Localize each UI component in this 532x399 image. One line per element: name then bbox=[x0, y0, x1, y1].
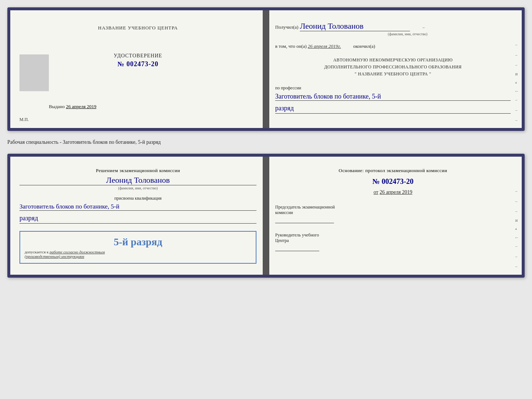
poluchil-section: Получил(а) Леонид Толованов – (фамилия, … bbox=[275, 21, 511, 36]
udostoverenie-label: УДОСТОВЕРЕНИЕ bbox=[19, 53, 256, 59]
specialty-label: Рабочая специальность - Заготовитель бло… bbox=[7, 138, 525, 147]
stamp-dopuskaetsya: допускается к работе согласно должностны… bbox=[25, 250, 251, 259]
vtom-section: в том, что он(а) 26 апреля 2019г. окончи… bbox=[275, 43, 511, 49]
doc2-right: Основание: протокол экзаменационной коми… bbox=[266, 157, 522, 275]
rukovoditel-label: Руководитель учебного bbox=[275, 232, 511, 238]
udostoverenie-section: УДОСТОВЕРЕНИЕ № 002473-20 bbox=[19, 53, 256, 68]
rukovoditel-signature-line bbox=[275, 251, 319, 251]
prisvoena-label: присвоена квалификация bbox=[19, 196, 256, 201]
mp-label: М.П. bbox=[19, 117, 29, 122]
resheniem-text: Решением экзаменационной комиссии bbox=[19, 168, 256, 174]
fio-label-1: (фамилия, имя, отчество) bbox=[305, 32, 511, 36]
photo-placeholder bbox=[19, 54, 49, 91]
ot-date: от 26 апреля 2019 bbox=[275, 189, 511, 195]
po-professii-section: по профессии Заготовитель блоков по бота… bbox=[275, 85, 511, 114]
osnovanie-title: Основание: протокол экзаменационной коми… bbox=[275, 168, 511, 174]
doc2-razryad-line: разряд bbox=[19, 214, 256, 224]
razryad-line: разряд bbox=[275, 104, 511, 114]
page-wrapper: НАЗВАНИЕ УЧЕБНОГО ЦЕНТРА УДОСТОВЕРЕНИЕ №… bbox=[7, 7, 525, 278]
rukovoditel-block: Руководитель учебного Центра bbox=[275, 232, 511, 251]
doc1-number: № 002473-20 bbox=[19, 60, 256, 68]
document-1: НАЗВАНИЕ УЧЕБНОГО ЦЕНТРА УДОСТОВЕРЕНИЕ №… bbox=[7, 7, 525, 131]
doc2-fio-label: (фамилия, имя, отчество) bbox=[19, 186, 256, 190]
org-block: АВТОНОМНУЮ НЕКОММЕРЧЕСКУЮ ОРГАНИЗАЦИЮ ДО… bbox=[275, 57, 511, 78]
doc1-training-center-title: НАЗВАНИЕ УЧЕБНОГО ЦЕНТРА bbox=[19, 25, 256, 31]
vydano-section: Выдано 26 апреля 2019 bbox=[19, 104, 256, 110]
poluchil-name: Леонид Толованов bbox=[300, 21, 410, 31]
stamp-razryad: 5-й разряд bbox=[25, 236, 251, 248]
professiya-name: Заготовитель блоков по ботанике, 5-й bbox=[275, 93, 511, 101]
doc1-right: Получил(а) Леонид Толованов – (фамилия, … bbox=[266, 10, 522, 128]
doc2-person-name: Леонид Толованов bbox=[19, 175, 256, 185]
doc2-side-dashes: – – – И а ‹– – – – – bbox=[515, 186, 518, 278]
poluchil-prefix: Получил(а) bbox=[275, 24, 298, 30]
doc2-person-section: Леонид Толованов (фамилия, имя, отчество… bbox=[19, 175, 256, 190]
side-dashes-right: – – – И а ‹– – – – – bbox=[515, 40, 518, 131]
doc2-proto-number: № 002473-20 bbox=[275, 177, 511, 186]
predsedatel-block: Председатель экзаменационной комиссии bbox=[275, 204, 511, 223]
doc2-kvali-section: Заготовитель блоков по ботанике, 5-й раз… bbox=[19, 203, 256, 224]
stamp-box: 5-й разряд допускается к работе согласно… bbox=[19, 231, 256, 264]
doc2-kvali-name: Заготовитель блоков по ботанике, 5-й bbox=[19, 203, 256, 211]
vydano-line: Выдано 26 апреля 2019 bbox=[49, 104, 256, 110]
predsedatel-signature-line bbox=[275, 223, 334, 223]
rukovoditel-label2: Центра bbox=[275, 238, 511, 243]
doc2-left: Решением экзаменационной комиссии Леонид… bbox=[10, 157, 266, 275]
document-2: Решением экзаменационной комиссии Леонид… bbox=[7, 154, 525, 278]
predsedatel-label2: комиссии bbox=[275, 210, 511, 215]
stamp-instrukcii: (производственным) инструкциям bbox=[25, 254, 84, 259]
stamp-dopusk-text: работе согласно должностным bbox=[50, 250, 105, 254]
doc1-left: НАЗВАНИЕ УЧЕБНОГО ЦЕНТРА УДОСТОВЕРЕНИЕ №… bbox=[10, 10, 266, 128]
doc2-proto-section: № 002473-20 от 26 апреля 2019 bbox=[275, 177, 511, 195]
poluchil-dash: – bbox=[423, 25, 425, 29]
predsedatel-label: Председатель экзаменационной bbox=[275, 204, 511, 210]
